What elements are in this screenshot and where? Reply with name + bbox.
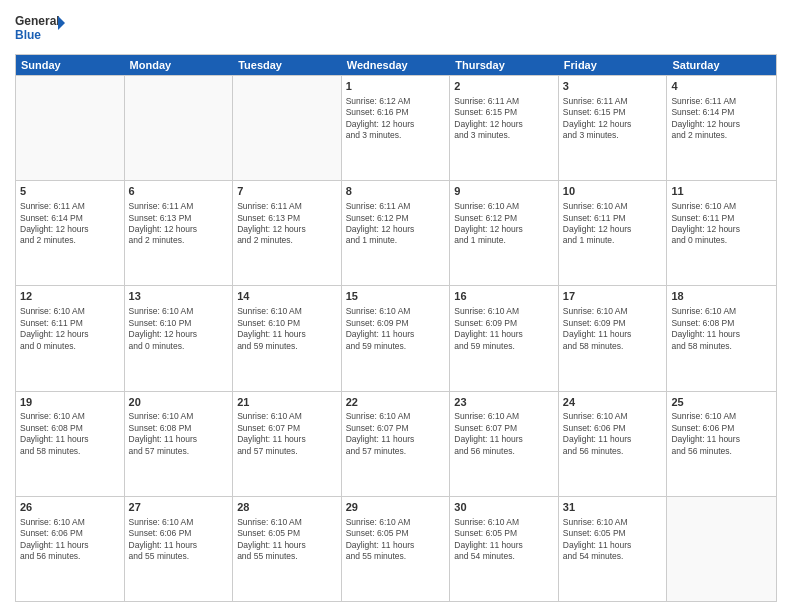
svg-marker-2 xyxy=(58,16,65,30)
day-number: 25 xyxy=(671,395,772,410)
day-info: Sunrise: 6:11 AM Sunset: 6:14 PM Dayligh… xyxy=(671,96,772,142)
day-number: 10 xyxy=(563,184,663,199)
day-number: 9 xyxy=(454,184,554,199)
calendar-cell: 14Sunrise: 6:10 AM Sunset: 6:10 PM Dayli… xyxy=(233,286,342,390)
day-info: Sunrise: 6:10 AM Sunset: 6:06 PM Dayligh… xyxy=(563,411,663,457)
calendar-cell: 4Sunrise: 6:11 AM Sunset: 6:14 PM Daylig… xyxy=(667,76,776,180)
calendar-cell: 9Sunrise: 6:10 AM Sunset: 6:12 PM Daylig… xyxy=(450,181,559,285)
calendar-cell: 25Sunrise: 6:10 AM Sunset: 6:06 PM Dayli… xyxy=(667,392,776,496)
calendar-cell: 1Sunrise: 6:12 AM Sunset: 6:16 PM Daylig… xyxy=(342,76,451,180)
day-number: 18 xyxy=(671,289,772,304)
day-number: 5 xyxy=(20,184,120,199)
day-number: 15 xyxy=(346,289,446,304)
day-info: Sunrise: 6:11 AM Sunset: 6:12 PM Dayligh… xyxy=(346,201,446,247)
day-number: 14 xyxy=(237,289,337,304)
calendar-cell: 17Sunrise: 6:10 AM Sunset: 6:09 PM Dayli… xyxy=(559,286,668,390)
calendar-week: 26Sunrise: 6:10 AM Sunset: 6:06 PM Dayli… xyxy=(16,496,776,601)
calendar-cell: 28Sunrise: 6:10 AM Sunset: 6:05 PM Dayli… xyxy=(233,497,342,601)
day-info: Sunrise: 6:11 AM Sunset: 6:13 PM Dayligh… xyxy=(237,201,337,247)
day-info: Sunrise: 6:10 AM Sunset: 6:11 PM Dayligh… xyxy=(563,201,663,247)
day-info: Sunrise: 6:12 AM Sunset: 6:16 PM Dayligh… xyxy=(346,96,446,142)
day-number: 19 xyxy=(20,395,120,410)
calendar-cell: 26Sunrise: 6:10 AM Sunset: 6:06 PM Dayli… xyxy=(16,497,125,601)
calendar-cell: 22Sunrise: 6:10 AM Sunset: 6:07 PM Dayli… xyxy=(342,392,451,496)
logo-svg: General Blue xyxy=(15,10,65,46)
calendar-cell: 31Sunrise: 6:10 AM Sunset: 6:05 PM Dayli… xyxy=(559,497,668,601)
calendar-cell: 21Sunrise: 6:10 AM Sunset: 6:07 PM Dayli… xyxy=(233,392,342,496)
calendar-cell: 18Sunrise: 6:10 AM Sunset: 6:08 PM Dayli… xyxy=(667,286,776,390)
calendar-cell: 2Sunrise: 6:11 AM Sunset: 6:15 PM Daylig… xyxy=(450,76,559,180)
day-info: Sunrise: 6:10 AM Sunset: 6:11 PM Dayligh… xyxy=(20,306,120,352)
calendar-week: 19Sunrise: 6:10 AM Sunset: 6:08 PM Dayli… xyxy=(16,391,776,496)
day-info: Sunrise: 6:10 AM Sunset: 6:07 PM Dayligh… xyxy=(237,411,337,457)
day-number: 20 xyxy=(129,395,229,410)
day-number: 30 xyxy=(454,500,554,515)
day-info: Sunrise: 6:10 AM Sunset: 6:12 PM Dayligh… xyxy=(454,201,554,247)
weekday-header: Tuesday xyxy=(233,55,342,75)
calendar-week: 1Sunrise: 6:12 AM Sunset: 6:16 PM Daylig… xyxy=(16,75,776,180)
svg-text:Blue: Blue xyxy=(15,28,41,42)
calendar-header: SundayMondayTuesdayWednesdayThursdayFrid… xyxy=(16,55,776,75)
calendar-body: 1Sunrise: 6:12 AM Sunset: 6:16 PM Daylig… xyxy=(16,75,776,601)
day-info: Sunrise: 6:10 AM Sunset: 6:05 PM Dayligh… xyxy=(346,517,446,563)
day-info: Sunrise: 6:10 AM Sunset: 6:09 PM Dayligh… xyxy=(563,306,663,352)
day-info: Sunrise: 6:10 AM Sunset: 6:10 PM Dayligh… xyxy=(237,306,337,352)
day-number: 1 xyxy=(346,79,446,94)
svg-text:General: General xyxy=(15,14,60,28)
day-number: 6 xyxy=(129,184,229,199)
day-info: Sunrise: 6:10 AM Sunset: 6:09 PM Dayligh… xyxy=(454,306,554,352)
calendar-cell: 16Sunrise: 6:10 AM Sunset: 6:09 PM Dayli… xyxy=(450,286,559,390)
calendar-cell: 11Sunrise: 6:10 AM Sunset: 6:11 PM Dayli… xyxy=(667,181,776,285)
day-number: 2 xyxy=(454,79,554,94)
calendar-cell xyxy=(233,76,342,180)
day-number: 13 xyxy=(129,289,229,304)
calendar-cell: 3Sunrise: 6:11 AM Sunset: 6:15 PM Daylig… xyxy=(559,76,668,180)
day-number: 29 xyxy=(346,500,446,515)
calendar-cell: 23Sunrise: 6:10 AM Sunset: 6:07 PM Dayli… xyxy=(450,392,559,496)
day-number: 12 xyxy=(20,289,120,304)
day-number: 28 xyxy=(237,500,337,515)
day-info: Sunrise: 6:10 AM Sunset: 6:05 PM Dayligh… xyxy=(563,517,663,563)
calendar-cell: 19Sunrise: 6:10 AM Sunset: 6:08 PM Dayli… xyxy=(16,392,125,496)
calendar-cell: 27Sunrise: 6:10 AM Sunset: 6:06 PM Dayli… xyxy=(125,497,234,601)
weekday-header: Sunday xyxy=(16,55,125,75)
day-number: 7 xyxy=(237,184,337,199)
calendar-cell: 30Sunrise: 6:10 AM Sunset: 6:05 PM Dayli… xyxy=(450,497,559,601)
day-number: 23 xyxy=(454,395,554,410)
calendar-cell: 7Sunrise: 6:11 AM Sunset: 6:13 PM Daylig… xyxy=(233,181,342,285)
day-number: 22 xyxy=(346,395,446,410)
day-info: Sunrise: 6:10 AM Sunset: 6:06 PM Dayligh… xyxy=(129,517,229,563)
header: General Blue xyxy=(15,10,777,46)
logo: General Blue xyxy=(15,10,65,46)
day-info: Sunrise: 6:10 AM Sunset: 6:07 PM Dayligh… xyxy=(454,411,554,457)
calendar-week: 12Sunrise: 6:10 AM Sunset: 6:11 PM Dayli… xyxy=(16,285,776,390)
calendar-cell xyxy=(125,76,234,180)
weekday-header: Saturday xyxy=(667,55,776,75)
day-info: Sunrise: 6:10 AM Sunset: 6:07 PM Dayligh… xyxy=(346,411,446,457)
calendar-cell: 5Sunrise: 6:11 AM Sunset: 6:14 PM Daylig… xyxy=(16,181,125,285)
calendar-cell xyxy=(16,76,125,180)
weekday-header: Wednesday xyxy=(342,55,451,75)
day-info: Sunrise: 6:10 AM Sunset: 6:09 PM Dayligh… xyxy=(346,306,446,352)
day-info: Sunrise: 6:11 AM Sunset: 6:14 PM Dayligh… xyxy=(20,201,120,247)
calendar-cell: 13Sunrise: 6:10 AM Sunset: 6:10 PM Dayli… xyxy=(125,286,234,390)
day-number: 17 xyxy=(563,289,663,304)
day-number: 31 xyxy=(563,500,663,515)
calendar-week: 5Sunrise: 6:11 AM Sunset: 6:14 PM Daylig… xyxy=(16,180,776,285)
day-number: 27 xyxy=(129,500,229,515)
day-info: Sunrise: 6:10 AM Sunset: 6:06 PM Dayligh… xyxy=(20,517,120,563)
day-number: 24 xyxy=(563,395,663,410)
day-number: 26 xyxy=(20,500,120,515)
day-info: Sunrise: 6:11 AM Sunset: 6:13 PM Dayligh… xyxy=(129,201,229,247)
day-number: 4 xyxy=(671,79,772,94)
calendar: SundayMondayTuesdayWednesdayThursdayFrid… xyxy=(15,54,777,602)
calendar-cell: 6Sunrise: 6:11 AM Sunset: 6:13 PM Daylig… xyxy=(125,181,234,285)
day-info: Sunrise: 6:10 AM Sunset: 6:06 PM Dayligh… xyxy=(671,411,772,457)
page: General Blue SundayMondayTuesdayWednesda… xyxy=(0,0,792,612)
calendar-cell: 20Sunrise: 6:10 AM Sunset: 6:08 PM Dayli… xyxy=(125,392,234,496)
day-info: Sunrise: 6:10 AM Sunset: 6:05 PM Dayligh… xyxy=(454,517,554,563)
day-number: 8 xyxy=(346,184,446,199)
day-number: 21 xyxy=(237,395,337,410)
day-info: Sunrise: 6:10 AM Sunset: 6:08 PM Dayligh… xyxy=(20,411,120,457)
day-info: Sunrise: 6:11 AM Sunset: 6:15 PM Dayligh… xyxy=(563,96,663,142)
